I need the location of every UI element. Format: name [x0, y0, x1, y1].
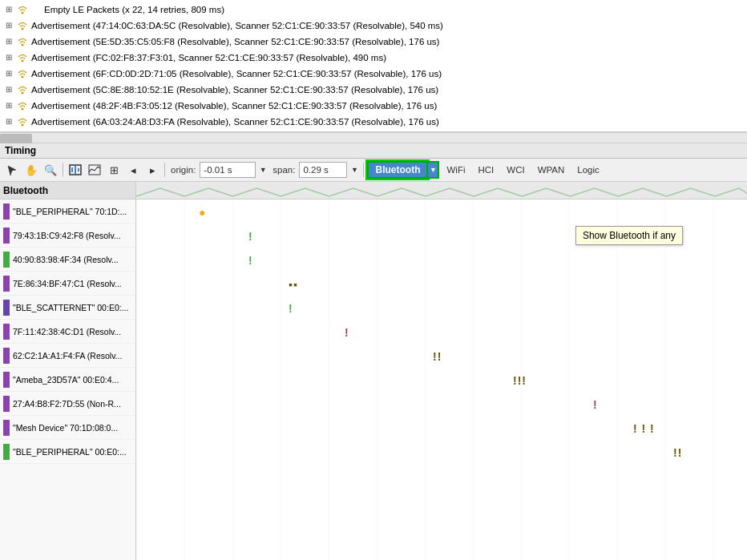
tl-label-header: Bluetooth — [0, 182, 135, 199]
timeline-mark: ! — [345, 326, 349, 339]
timeline-label-row[interactable]: "BLE_PERIPHERAL" 00:E0:... — [0, 440, 135, 464]
timeline-row-label: "BLE_PERIPHERAL" 70:1D:... — [13, 207, 127, 216]
packet-type-icon — [16, 83, 29, 96]
packet-row[interactable]: ⊞Advertisement (6A:03:24:A8:D3:FA (Resol… — [0, 114, 747, 130]
svg-point-7 — [22, 124, 24, 127]
timeline-mark: !! — [433, 350, 442, 363]
packet-text: Advertisement (FC:02:F8:37:F3:01, Scanne… — [31, 50, 386, 65]
timeline-mark: ● — [199, 206, 206, 219]
packet-type-icon — [16, 51, 29, 64]
timeline-row-label: "BLE_PERIPHERAL" 00:E0:... — [13, 447, 127, 457]
zoom-fit-btn[interactable] — [67, 161, 84, 179]
svg-point-3 — [22, 60, 24, 62]
timeline-row-label: "Ameba_23D57A" 00:E0:4... — [13, 375, 119, 385]
timeline-color-bar — [3, 444, 10, 460]
origin-label: origin: — [171, 165, 196, 175]
horizontal-scrollbar[interactable] — [0, 132, 747, 143]
expand-icon[interactable]: ⊞ — [3, 4, 14, 15]
timeline-color-bar — [3, 420, 10, 436]
timeline-label-row[interactable]: 7E:86:34:BF:47:C1 (Resolv... — [0, 272, 135, 296]
packet-row[interactable]: ⊞Advertisement (5C:8E:88:10:52:1E (Resol… — [0, 82, 747, 98]
packet-row[interactable]: ⊞Advertisement (5E:5D:35:C5:05:F8 (Resol… — [0, 34, 747, 50]
timeline-mark: ! — [289, 302, 293, 315]
timeline-row-label: "BLE_SCATTERNET" 00:E0:... — [13, 303, 128, 312]
timeline-label-row[interactable]: 40:90:83:98:4F:34 (Resolv... — [0, 248, 135, 272]
timeline-color-bar — [3, 324, 10, 340]
packet-type-icon — [16, 99, 29, 112]
wifi-tab-btn[interactable]: WiFi — [441, 161, 470, 179]
timeline-row-label: "Mesh Device" 70:1D:08:0... — [13, 423, 118, 433]
packet-text: Advertisement (6F:CD:0D:2D:71:05 (Resolv… — [31, 66, 442, 81]
span-input[interactable] — [299, 162, 347, 178]
packet-type-icon — [16, 3, 29, 16]
hci-tab-btn[interactable]: HCI — [472, 161, 499, 179]
origin-dropdown-btn[interactable]: ▼ — [257, 161, 269, 179]
chart-mode-btn[interactable] — [86, 161, 103, 179]
bluetooth-tab-btn[interactable]: Bluetooth — [367, 161, 428, 179]
timeline-label-row[interactable]: 62:C2:1A:A1:F4:FA (Resolv... — [0, 344, 135, 368]
expand-icon[interactable]: ⊞ — [3, 52, 14, 63]
timeline-mark: ! — [248, 230, 253, 243]
packet-text: Empty LE Packets (x 22, 14 retries, 809 … — [44, 2, 224, 17]
svg-point-5 — [22, 92, 24, 95]
timeline-label-row[interactable]: 79:43:1B:C9:42:F8 (Resolv... — [0, 224, 135, 248]
svg-point-2 — [22, 44, 24, 46]
logic-tab-btn[interactable]: Logic — [571, 161, 605, 179]
toolbar: ✋ 🔍 ⊞ ◂ ▸ origin: ▼ span: ▼ Bluetooth ▼ … — [0, 159, 747, 182]
timeline-canvas[interactable]: Show Bluetooth if any ●!!▪▪!!!!!!!!! ! !… — [136, 182, 747, 560]
timeline-mark: ! ! ! — [633, 422, 655, 435]
next-btn[interactable]: ▸ — [143, 161, 161, 179]
timeline-color-bar — [3, 372, 10, 388]
sep2 — [164, 163, 165, 177]
packet-type-icon — [16, 67, 29, 80]
bluetooth-dropdown-btn[interactable]: ▼ — [428, 161, 439, 179]
expand-icon[interactable]: ⊞ — [3, 84, 14, 95]
timeline-row-label: 27:A4:B8:F2:7D:55 (Non-R... — [13, 399, 121, 409]
timeline-label-row[interactable]: "Ameba_23D57A" 00:E0:4... — [0, 368, 135, 392]
timing-panel-header: Timing — [0, 143, 747, 159]
svg-line-14 — [91, 169, 95, 171]
hand-tool-btn[interactable]: ✋ — [22, 161, 40, 179]
wci-tab-btn[interactable]: WCI — [501, 161, 530, 179]
timeline-label-row[interactable]: "BLE_SCATTERNET" 00:E0:... — [0, 296, 135, 320]
magnify-tool-btn[interactable]: 🔍 — [42, 161, 59, 179]
packet-row[interactable]: ⊞Advertisement (FC:02:F8:37:F3:01, Scann… — [0, 50, 747, 66]
packet-text: Advertisement (5E:5D:35:C5:05:F8 (Resolv… — [31, 34, 439, 49]
expand-icon[interactable]: ⊞ — [3, 116, 14, 127]
packet-text: Advertisement (6A:03:24:A8:D3:FA (Resolv… — [31, 115, 439, 129]
packet-row[interactable]: ⊞Advertisement (47:14:0C:63:DA:5C (Resol… — [0, 18, 747, 34]
timeline-label-row[interactable]: "BLE_PERIPHERAL" 70:1D:... — [0, 199, 135, 224]
timeline-label-row[interactable]: 27:A4:B8:F2:7D:55 (Non-R... — [0, 392, 135, 416]
timeline-color-bar — [3, 300, 10, 316]
timeline-label-row[interactable]: "Mesh Device" 70:1D:08:0... — [0, 416, 135, 440]
packet-row[interactable]: ⊞Empty LE Packets (x 22, 14 retries, 809… — [0, 2, 747, 18]
tl-canvas-header — [136, 182, 747, 199]
packet-type-icon — [16, 35, 29, 48]
timeline-row-label: 79:43:1B:C9:42:F8 (Resolv... — [13, 231, 121, 240]
timeline-color-bar — [3, 228, 10, 244]
wpan-tab-btn[interactable]: WPAN — [532, 161, 571, 179]
timeline-label-row[interactable]: 7F:11:42:38:4C:D1 (Resolv... — [0, 320, 135, 344]
timeline-color-bar — [3, 252, 10, 268]
expand-icon[interactable]: ⊞ — [3, 68, 14, 79]
svg-line-15 — [95, 167, 98, 171]
timeline-row-label: 40:90:83:98:4F:34 (Resolv... — [13, 255, 119, 264]
svg-point-1 — [22, 28, 24, 30]
packet-row[interactable]: ⊞Advertisement (48:2F:4B:F3:05:12 (Resol… — [0, 98, 747, 114]
expand-icon[interactable]: ⊞ — [3, 20, 14, 31]
packet-row[interactable]: ⊞Advertisement (6F:CD:0D:2D:71:05 (Resol… — [0, 66, 747, 82]
cursor-tool-btn[interactable] — [3, 161, 21, 179]
app-container: ⊞Empty LE Packets (x 22, 14 retries, 809… — [0, 0, 747, 560]
origin-input[interactable] — [200, 162, 256, 178]
timeline-mark: ! — [593, 398, 598, 411]
span-dropdown-btn[interactable]: ▼ — [349, 161, 360, 179]
show-bluetooth-tooltip: Show Bluetooth if any — [575, 226, 683, 245]
packet-text: Advertisement (5C:8E:88:10:52:1E (Resolv… — [31, 83, 438, 97]
packet-text: Advertisement (47:14:0C:63:DA:5C (Resolv… — [31, 18, 443, 33]
sep1 — [63, 163, 63, 177]
prev-btn[interactable]: ◂ — [124, 161, 142, 179]
timeline-row-label: 7F:11:42:38:4C:D1 (Resolv... — [13, 327, 121, 336]
expand-icon[interactable]: ⊞ — [3, 36, 14, 47]
expand-icon[interactable]: ⊞ — [3, 100, 14, 111]
tune-btn[interactable]: ⊞ — [105, 161, 123, 179]
